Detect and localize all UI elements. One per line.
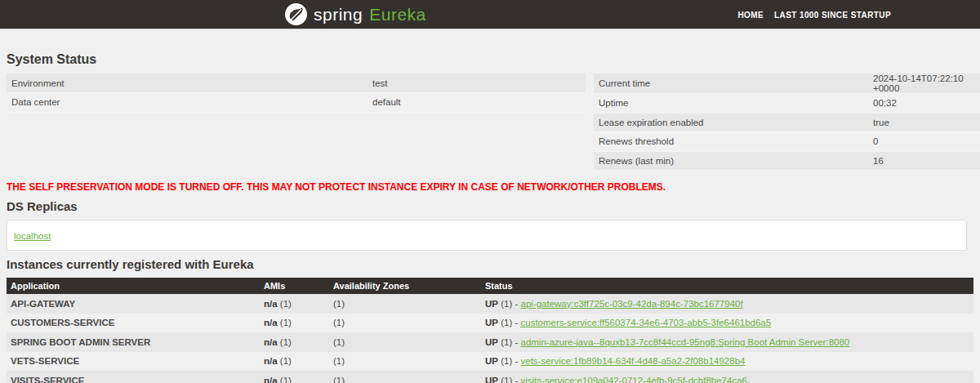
table-row: Data center default xyxy=(7,93,586,113)
zones-count: (1) xyxy=(329,332,481,352)
instance-link[interactable]: api-gateway:c3ff725c-03c9-42da-894c-73bc… xyxy=(521,299,743,309)
status-value: UP xyxy=(485,376,498,383)
status-count: (1) xyxy=(501,318,512,327)
table-row: SPRING BOOT ADMIN SERVER n/a (1) (1) UP … xyxy=(7,332,973,352)
amis-count: (1) xyxy=(280,376,292,383)
ds-replicas-panel: localhost xyxy=(7,220,967,251)
env-value: test xyxy=(368,73,586,93)
amis-count: (1) xyxy=(280,356,292,366)
amis-count: (1) xyxy=(280,337,292,347)
table-row: VETS-SERVICE n/a (1) (1) UP (1) - vets-s… xyxy=(7,352,973,372)
status-separator: - xyxy=(514,337,518,347)
application-name: VETS-SERVICE xyxy=(7,352,260,372)
application-name: VISITS-SERVICE xyxy=(7,371,260,383)
replica-localhost-link[interactable]: localhost xyxy=(14,231,51,241)
self-preservation-warning: THE SELF PRESERVATION MODE IS TURNED OFF… xyxy=(7,181,980,193)
col-application: Application xyxy=(7,278,260,294)
status-count: (1) xyxy=(501,356,512,366)
status-value: UP xyxy=(485,356,498,366)
env-label: Environment xyxy=(7,73,368,93)
table-row: Uptime 00:32 xyxy=(594,94,980,114)
status-separator: - xyxy=(514,356,518,366)
status-separator: - xyxy=(514,318,518,327)
status-separator: - xyxy=(514,376,518,383)
instances-table: Application AMIs Availability Zones Stat… xyxy=(7,278,973,383)
status-value: UP xyxy=(485,299,498,309)
status-count: (1) xyxy=(501,299,512,309)
amis-value: n/a xyxy=(264,376,278,383)
status-separator: - xyxy=(514,299,518,309)
main-content: System Status Environment test Data cent… xyxy=(0,52,980,383)
table-row: Renews (last min) 16 xyxy=(594,151,980,171)
nav-home-link[interactable]: HOME xyxy=(737,11,764,20)
status-value: UP xyxy=(485,318,498,327)
current-time-value: 2024-10-14T07:22:10 +0000 xyxy=(868,73,980,94)
brand-spring-text: spring xyxy=(314,5,363,24)
amis-value: n/a xyxy=(264,356,278,366)
datacenter-value: default xyxy=(368,93,586,113)
lease-expiration-label: Lease expiration enabled xyxy=(594,113,868,132)
brand-eureka-text: Eureka xyxy=(369,5,426,24)
runtime-status-table: Current time 2024-10-14T07:22:10 +0000 U… xyxy=(594,73,980,171)
application-name: SPRING BOOT ADMIN SERVER xyxy=(7,332,260,352)
instance-link[interactable]: customers-service:ff560374-34e6-4703-abb… xyxy=(521,318,772,327)
application-name: CUSTOMERS-SERVICE xyxy=(7,314,260,333)
col-availability-zones: Availability Zones xyxy=(329,278,481,294)
instances-title: Instances currently registered with Eure… xyxy=(7,257,980,271)
spring-logo-icon xyxy=(285,3,307,25)
instance-link[interactable]: admin-azure-java--8quxb13-7cc8f44ccd-95n… xyxy=(521,337,850,347)
ds-replicas-title: DS Replicas xyxy=(7,199,980,213)
table-row: CUSTOMERS-SERVICE n/a (1) (1) UP (1) - c… xyxy=(7,314,973,333)
table-row: Environment test xyxy=(7,73,586,93)
top-navbar: spring Eureka HOME LAST 1000 SINCE START… xyxy=(0,0,980,29)
renews-threshold-label: Renews threshold xyxy=(594,132,868,152)
system-status-title: System Status xyxy=(7,52,980,67)
renews-last-min-value: 16 xyxy=(868,151,980,171)
instance-link[interactable]: vets-service:1fb89b14-634f-4d48-a5a2-2f0… xyxy=(521,356,746,366)
amis-value: n/a xyxy=(264,337,278,347)
instances-header-row: Application AMIs Availability Zones Stat… xyxy=(7,278,973,294)
table-row: VISITS-SERVICE n/a (1) (1) UP (1) - visi… xyxy=(7,371,973,383)
status-count: (1) xyxy=(501,376,512,383)
environment-table: Environment test Data center default xyxy=(7,73,586,113)
table-row: API-GATEWAY n/a (1) (1) UP (1) - api-gat… xyxy=(7,294,973,314)
datacenter-label: Data center xyxy=(7,93,368,113)
nav-last-1000-link[interactable]: LAST 1000 SINCE STARTUP xyxy=(774,11,891,20)
table-row: Current time 2024-10-14T07:22:10 +0000 xyxy=(594,73,980,94)
top-nav: HOME LAST 1000 SINCE STARTUP xyxy=(737,0,891,29)
zones-count: (1) xyxy=(329,352,481,372)
table-row: Renews threshold 0 xyxy=(594,132,980,152)
zones-count: (1) xyxy=(329,314,481,333)
amis-value: n/a xyxy=(264,299,278,309)
zones-count: (1) xyxy=(329,294,481,314)
amis-count: (1) xyxy=(280,318,292,327)
renews-last-min-label: Renews (last min) xyxy=(594,151,868,171)
renews-threshold-value: 0 xyxy=(868,132,980,152)
status-count: (1) xyxy=(501,337,512,347)
zones-count: (1) xyxy=(329,371,481,383)
amis-value: n/a xyxy=(264,318,278,327)
amis-count: (1) xyxy=(280,299,292,309)
uptime-value: 00:32 xyxy=(868,94,980,114)
lease-expiration-value: true xyxy=(868,113,980,132)
current-time-label: Current time xyxy=(594,73,868,94)
status-value: UP xyxy=(485,337,498,347)
uptime-label: Uptime xyxy=(594,94,868,114)
col-amis: AMIs xyxy=(260,278,329,294)
col-status: Status xyxy=(481,278,973,294)
application-name: API-GATEWAY xyxy=(7,294,260,314)
table-row: Lease expiration enabled true xyxy=(594,113,980,132)
system-status-section: Environment test Data center default Cur… xyxy=(7,73,980,171)
brand-link[interactable]: spring Eureka xyxy=(285,3,426,25)
instance-link[interactable]: visits-service:e109a042-0712-4efb-9c5f-d… xyxy=(521,376,747,383)
